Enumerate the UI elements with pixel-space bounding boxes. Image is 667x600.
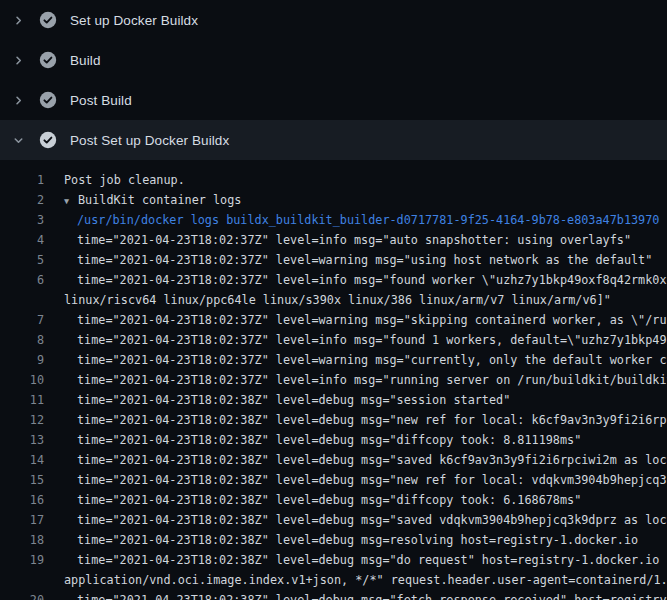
step-title: Post Build [70,93,132,108]
line-number[interactable]: 15 [0,470,44,490]
line-number[interactable]: 13 [0,430,44,450]
line-number [0,570,44,590]
chevron-right-icon [10,52,26,68]
steps-list: Set up Docker BuildxBuildPost BuildPost … [0,0,667,160]
line-number [0,290,44,310]
log-text: linux/riscv64 linux/ppc64le linux/s390x … [64,290,611,310]
log-line: 2▼BuildKit container logs [0,190,667,210]
log-line: 10time="2021-04-23T18:02:37Z" level=info… [0,370,667,390]
chevron-right-icon [10,12,26,28]
log-line: 17time="2021-04-23T18:02:38Z" level=debu… [0,510,667,530]
log-line: 8time="2021-04-23T18:02:37Z" level=info … [0,330,667,350]
log-text: time="2021-04-23T18:02:37Z" level=warnin… [77,310,667,330]
log-text: time="2021-04-23T18:02:37Z" level=info m… [77,330,667,350]
log-text: time="2021-04-23T18:02:38Z" level=debug … [77,550,667,570]
line-number[interactable]: 2 [0,190,44,210]
log-text: time="2021-04-23T18:02:38Z" level=debug … [77,430,581,450]
step-title: Set up Docker Buildx [70,13,198,28]
line-number[interactable]: 5 [0,250,44,270]
line-number[interactable]: 8 [0,330,44,350]
log-text: time="2021-04-23T18:02:37Z" level=warnin… [77,250,652,270]
line-number[interactable]: 11 [0,390,44,410]
line-number[interactable]: 14 [0,450,44,470]
line-number[interactable]: 20 [0,590,44,600]
log-text: time="2021-04-23T18:02:38Z" level=debug … [77,510,667,530]
log-line: 6time="2021-04-23T18:02:37Z" level=info … [0,270,667,290]
log-line: 5time="2021-04-23T18:02:37Z" level=warni… [0,250,667,270]
log-line: 9time="2021-04-23T18:02:37Z" level=warni… [0,350,667,370]
line-number[interactable]: 12 [0,410,44,430]
line-number[interactable]: 17 [0,510,44,530]
log-text: time="2021-04-23T18:02:38Z" level=debug … [77,390,510,410]
log-text: time="2021-04-23T18:02:38Z" level=debug … [77,590,667,600]
log-line: 12time="2021-04-23T18:02:38Z" level=debu… [0,410,667,430]
collapse-triangle-icon[interactable]: ▼ [64,191,78,211]
log-line: 16time="2021-04-23T18:02:38Z" level=debu… [0,490,667,510]
step-row-post-set-up-docker-buildx[interactable]: Post Set up Docker Buildx [0,120,667,160]
log-text: time="2021-04-23T18:02:38Z" level=debug … [77,530,638,550]
log-line: 4time="2021-04-23T18:02:37Z" level=info … [0,230,667,250]
log-text: time="2021-04-23T18:02:38Z" level=debug … [77,410,667,430]
line-number[interactable]: 16 [0,490,44,510]
log-line: 1Post job cleanup. [0,170,667,190]
line-number[interactable]: 3 [0,210,44,230]
line-number[interactable]: 19 [0,550,44,570]
log-text: application/vnd.oci.image.index.v1+json,… [64,570,667,590]
check-circle-icon [39,11,57,29]
log-text: time="2021-04-23T18:02:37Z" level=info m… [77,370,667,390]
chevron-right-icon [10,92,26,108]
check-circle-icon [39,91,57,109]
log-container: 1Post job cleanup.2▼BuildKit container l… [0,160,667,600]
log-line: 14time="2021-04-23T18:02:38Z" level=debu… [0,450,667,470]
log-line: 18time="2021-04-23T18:02:38Z" level=debu… [0,530,667,550]
log-command-text: /usr/bin/docker logs buildx_buildkit_bui… [77,210,659,230]
log-text: time="2021-04-23T18:02:37Z" level=info m… [77,230,631,250]
log-line: 15time="2021-04-23T18:02:38Z" level=debu… [0,470,667,490]
log-line: 19time="2021-04-23T18:02:38Z" level=debu… [0,550,667,570]
line-number[interactable]: 10 [0,370,44,390]
log-line: 20time="2021-04-23T18:02:38Z" level=debu… [0,590,667,600]
log-line-wrap: application/vnd.oci.image.index.v1+json,… [0,570,667,590]
line-number[interactable]: 4 [0,230,44,250]
step-row-post-build[interactable]: Post Build [0,80,667,120]
log-group-row: ▼BuildKit container logs [64,190,241,210]
log-line: 13time="2021-04-23T18:02:38Z" level=debu… [0,430,667,450]
log-line: 11time="2021-04-23T18:02:38Z" level=debu… [0,390,667,410]
log-text: Post job cleanup. [64,170,185,190]
log-text: time="2021-04-23T18:02:38Z" level=debug … [77,490,581,510]
log-group-toggle[interactable]: BuildKit container logs [78,193,241,207]
log-text: time="2021-04-23T18:02:37Z" level=info m… [77,270,667,290]
step-row-set-up-docker-buildx[interactable]: Set up Docker Buildx [0,0,667,40]
log-text: time="2021-04-23T18:02:37Z" level=warnin… [77,350,667,370]
log-line-wrap: linux/riscv64 linux/ppc64le linux/s390x … [0,290,667,310]
line-number[interactable]: 1 [0,170,44,190]
check-circle-icon [39,51,57,69]
log-text: time="2021-04-23T18:02:38Z" level=debug … [77,450,667,470]
step-row-build[interactable]: Build [0,40,667,80]
line-number[interactable]: 9 [0,350,44,370]
step-title: Build [70,53,101,68]
chevron-down-icon [10,132,26,148]
line-number[interactable]: 6 [0,270,44,290]
check-circle-icon [39,131,57,149]
line-number[interactable]: 7 [0,310,44,330]
log-line: 7time="2021-04-23T18:02:37Z" level=warni… [0,310,667,330]
log-text: time="2021-04-23T18:02:38Z" level=debug … [77,470,667,490]
log-line: 3/usr/bin/docker logs buildx_buildkit_bu… [0,210,667,230]
line-number[interactable]: 18 [0,530,44,550]
step-title: Post Set up Docker Buildx [70,133,229,148]
